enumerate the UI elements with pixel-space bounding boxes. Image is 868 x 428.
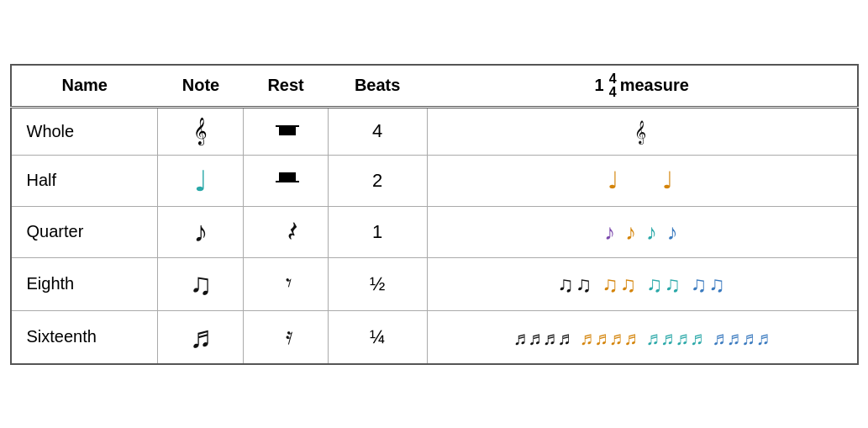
measure-sixteenth-1: ♬♬♬♬ <box>513 328 572 349</box>
half-rest-symbol <box>272 177 299 194</box>
measure-half-note-2: ♩ <box>662 167 676 193</box>
sixteenth-note-symbol: ♬ <box>189 320 212 354</box>
measure-sixteenth-3: ♬♬♬♬ <box>645 328 704 349</box>
beats-quarter: 1 <box>328 206 427 257</box>
rest-whole-cell <box>244 107 328 155</box>
note-sixteenth: ♬ <box>158 310 244 364</box>
measure-quarter-1: ♪ <box>604 219 617 245</box>
name-quarter: Quarter <box>11 206 158 257</box>
main-table-wrapper: Name Note Rest Beats 1 4 4 measure <box>10 64 859 365</box>
note-quarter: ♪ <box>158 206 244 257</box>
measure-whole-note: 𝄞 <box>634 120 650 143</box>
rest-eighth-cell: 𝄾 <box>244 257 328 310</box>
note-half: ♩ <box>158 155 244 206</box>
note-whole: 𝄞 <box>158 107 244 155</box>
measure-half: ♩ ♩ <box>427 155 857 206</box>
eighth-note-symbol: ♫ <box>189 267 212 301</box>
measure-quarter-2: ♪ <box>625 219 638 245</box>
measure-sixteenth-4: ♬♬♬♬ <box>712 328 771 349</box>
rest-half-cell <box>244 155 328 206</box>
header-rest: Rest <box>244 65 328 108</box>
measure-eighth-1: ♫♫ <box>557 272 593 297</box>
row-eighth: Eighth ♫ 𝄾 ½ ♫♫ ♫♫ ♫♫ ♫♫ <box>11 257 858 310</box>
header-note: Note <box>158 65 244 108</box>
music-notes-table: Name Note Rest Beats 1 4 4 measure <box>10 64 859 365</box>
header-measure: 1 4 4 measure <box>427 65 857 108</box>
measure-sixteenth-2: ♬♬♬♬ <box>580 328 639 349</box>
name-eighth: Eighth <box>11 257 158 310</box>
beats-whole: 4 <box>328 107 427 155</box>
note-eighth: ♫ <box>158 257 244 310</box>
measure-eighth-3: ♫♫ <box>646 272 682 297</box>
measure-whole: 𝄞 <box>427 107 857 155</box>
time-signature: 4 4 <box>609 72 617 99</box>
beats-eighth: ½ <box>328 257 427 310</box>
measure-quarter: ♪ ♪ ♪ ♪ <box>427 206 857 257</box>
measure-quarter-3: ♪ <box>646 219 659 245</box>
quarter-note-symbol: ♪ <box>193 215 208 247</box>
measure-half-note-1: ♩ <box>608 167 622 193</box>
whole-rest-symbol <box>272 129 299 145</box>
measure-eighth: ♫♫ ♫♫ ♫♫ ♫♫ <box>427 257 857 310</box>
beats-sixteenth: ¼ <box>328 310 427 364</box>
measure-sixteenth: ♬♬♬♬ ♬♬♬♬ ♬♬♬♬ ♬♬♬♬ <box>427 310 857 364</box>
measure-quarter-4: ♪ <box>667 219 680 245</box>
measure-eighth-4: ♫♫ <box>691 272 727 297</box>
name-sixteenth: Sixteenth <box>11 310 158 364</box>
name-whole: Whole <box>11 107 158 155</box>
rest-quarter-cell: 𝄽 <box>244 206 328 257</box>
header-name: Name <box>11 65 158 108</box>
whole-note-symbol: 𝄞 <box>193 118 208 144</box>
measure-eighth-2: ♫♫ <box>602 272 638 297</box>
row-half: Half ♩ 2 ♩ ♩ <box>11 155 858 206</box>
beats-half: 2 <box>328 155 427 206</box>
header-beats: Beats <box>328 65 427 108</box>
half-note-symbol: ♩ <box>194 165 208 197</box>
row-quarter: Quarter ♪ 𝄽 1 ♪ ♪ ♪ ♪ <box>11 206 858 257</box>
row-whole: Whole 𝄞 4 𝄞 <box>11 107 858 155</box>
rest-sixteenth-cell: 𝄿 <box>244 310 328 364</box>
name-half: Half <box>11 155 158 206</box>
row-sixteenth: Sixteenth ♬ 𝄿 ¼ ♬♬♬♬ ♬♬♬♬ ♬♬♬♬ ♬♬♬♬ <box>11 310 858 364</box>
